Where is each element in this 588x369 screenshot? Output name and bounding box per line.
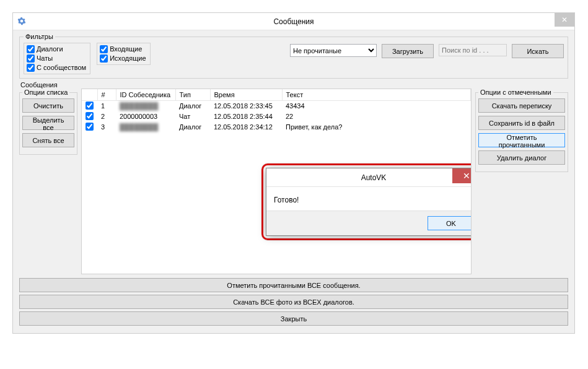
- list-options-legend: Опции списка: [22, 89, 69, 96]
- row-type: Чат: [175, 111, 210, 122]
- col-id[interactable]: ID Собеседника: [116, 89, 175, 100]
- filters-fieldset: Фильтры Диалоги Чаты С сообществом Входя…: [19, 33, 568, 79]
- dialog-footer: OK: [266, 211, 472, 235]
- row-text: 22: [282, 111, 471, 122]
- close-icon: ✕: [561, 15, 568, 24]
- col-text[interactable]: Текст: [282, 89, 471, 100]
- filter-chats[interactable]: Чаты: [27, 54, 86, 63]
- filter-outgoing[interactable]: Исходящие: [100, 54, 146, 63]
- table-row[interactable]: 1████████Диалог12.05.2018 2:33:4543434: [82, 100, 471, 111]
- row-text: 43434: [282, 100, 471, 111]
- dialog-message: Готово!: [266, 187, 472, 211]
- filter-community[interactable]: С сообществом: [27, 63, 86, 72]
- filter-group-types: Диалоги Чаты С сообществом: [24, 43, 90, 74]
- row-num: 1: [97, 100, 116, 111]
- row-checkbox[interactable]: [86, 123, 94, 131]
- save-id-button[interactable]: Сохранить id в файл: [478, 116, 565, 130]
- col-type[interactable]: Тип: [175, 89, 210, 100]
- row-checkbox[interactable]: [86, 112, 94, 120]
- dialog-close-button[interactable]: ✕: [452, 168, 472, 183]
- dialog-ok-button[interactable]: OK: [428, 216, 472, 230]
- col-num[interactable]: #: [97, 89, 116, 100]
- window-title: Сообщения: [273, 17, 314, 26]
- messages-table: # ID Собеседника Тип Время Текст 1██████…: [82, 89, 471, 132]
- col-time[interactable]: Время: [210, 89, 282, 100]
- dialog-highlight: AutoVK ✕ Готово! OK: [261, 163, 472, 240]
- search-button[interactable]: Искать: [512, 44, 564, 58]
- app-icon: [17, 16, 27, 26]
- dialog-title: AutoVK: [361, 173, 387, 182]
- gear-icon: [17, 17, 26, 25]
- marked-options-fieldset: Опции с отмеченными Скачать переписку Со…: [475, 89, 568, 172]
- read-status-combo[interactable]: Не прочитаные: [290, 44, 377, 57]
- row-time: 12.05.2018 2:34:12: [210, 122, 282, 132]
- col-checkbox[interactable]: [82, 89, 97, 100]
- load-button[interactable]: Загрузить: [382, 44, 434, 58]
- row-time: 12.05.2018 2:35:44: [210, 111, 282, 122]
- mark-read-button[interactable]: Отметить прочитанными: [478, 133, 565, 147]
- select-all-button[interactable]: Выделить все: [22, 116, 74, 130]
- clear-button[interactable]: Очистить: [22, 98, 74, 113]
- row-id: ████████: [116, 122, 175, 132]
- close-window-button[interactable]: Закрыть: [19, 311, 568, 326]
- marked-options-legend: Опции с отмеченными: [478, 89, 553, 96]
- row-text: Привет, как дела?: [282, 122, 471, 132]
- download-all-photos-button[interactable]: Скачать ВСЕ фото из ВСЕХ диалогов.: [19, 295, 568, 309]
- row-num: 2: [97, 111, 116, 122]
- row-id: 2000000003: [116, 111, 175, 122]
- message-dialog: AutoVK ✕ Готово! OK: [266, 168, 472, 236]
- window-close-button[interactable]: ✕: [555, 13, 574, 27]
- mark-all-read-button[interactable]: Отметить прочитанными ВСЕ сообщения.: [19, 278, 568, 292]
- row-type: Диалог: [175, 122, 210, 132]
- filter-group-direction: Входящие Исходящие: [97, 43, 150, 65]
- row-checkbox[interactable]: [86, 102, 94, 110]
- close-icon: ✕: [463, 171, 470, 181]
- row-type: Диалог: [175, 100, 210, 111]
- download-chat-button[interactable]: Скачать переписку: [478, 98, 565, 113]
- table-row[interactable]: 3████████Диалог12.05.2018 2:34:12Привет,…: [82, 122, 471, 132]
- search-input[interactable]: [441, 46, 505, 54]
- search-box: [439, 44, 507, 56]
- row-num: 3: [97, 122, 116, 132]
- row-time: 12.05.2018 2:33:45: [210, 100, 282, 111]
- filters-legend: Фильтры: [24, 33, 55, 40]
- row-id: ████████: [116, 100, 175, 111]
- filter-incoming[interactable]: Входящие: [100, 45, 146, 54]
- dialog-titlebar: AutoVK ✕: [266, 168, 472, 187]
- messages-legend: Сообщения: [20, 81, 568, 89]
- content: Фильтры Диалоги Чаты С сообществом Входя…: [13, 30, 574, 333]
- delete-dialog-button[interactable]: Удалить диалог: [478, 150, 565, 165]
- table-row[interactable]: 22000000003Чат12.05.2018 2:35:4422: [82, 111, 471, 122]
- list-options-fieldset: Опции списка Очистить Выделить все Снять…: [19, 89, 77, 155]
- messages-table-container: # ID Собеседника Тип Время Текст 1██████…: [81, 89, 472, 274]
- main-window: Сообщения ✕ Фильтры Диалоги Чаты С сообщ…: [12, 12, 575, 334]
- deselect-all-button[interactable]: Снять все: [22, 133, 74, 147]
- titlebar: Сообщения ✕: [13, 13, 574, 30]
- filter-dialogs[interactable]: Диалоги: [27, 45, 86, 54]
